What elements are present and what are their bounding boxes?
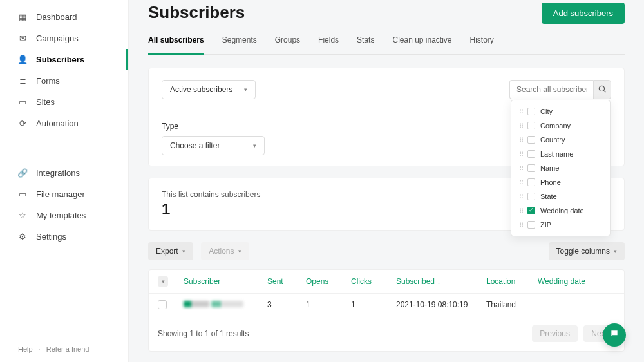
- tab-fields[interactable]: Fields: [318, 35, 339, 54]
- chat-icon: [610, 329, 619, 341]
- automation-icon: ⟳: [18, 119, 27, 128]
- chevron-down-icon: ▾: [162, 278, 165, 285]
- add-subscribers-button[interactable]: Add subscribers: [542, 3, 625, 24]
- col-clicks[interactable]: Clicks: [351, 277, 396, 286]
- col-sent[interactable]: Sent: [267, 277, 306, 286]
- column-toggle-state[interactable]: ⠿State: [511, 189, 610, 204]
- sidebar-item-dashboard[interactable]: ▦Dashboard: [0, 6, 128, 28]
- integrations-icon: 🔗: [18, 169, 27, 178]
- chevron-down-icon: ▾: [614, 248, 617, 254]
- column-toggle-company[interactable]: ⠿Company: [511, 119, 610, 133]
- results-summary: Showing 1 to 1 of 1 results: [158, 329, 249, 338]
- column-toggle-phone[interactable]: ⠿Phone: [511, 175, 610, 189]
- drag-icon: ⠿: [519, 207, 522, 214]
- col-subscriber[interactable]: Subscriber: [184, 277, 267, 286]
- tab-all-subscribers[interactable]: All subscribers: [148, 35, 204, 55]
- checkbox[interactable]: [527, 108, 535, 115]
- tab-history[interactable]: History: [470, 35, 494, 54]
- templates-icon: ☆: [18, 211, 27, 220]
- type-filter-dropdown[interactable]: Choose a filter ▾: [162, 136, 265, 155]
- checkbox[interactable]: [527, 221, 535, 229]
- col-opens[interactable]: Opens: [306, 277, 351, 286]
- checkbox[interactable]: [527, 122, 535, 129]
- drag-icon: ⠿: [519, 193, 522, 200]
- drag-icon: ⠿: [519, 137, 522, 144]
- search-button[interactable]: [593, 80, 611, 99]
- col-wedding[interactable]: Wedding date: [538, 277, 589, 286]
- tab-stats[interactable]: Stats: [357, 35, 374, 54]
- help-fab[interactable]: [603, 323, 626, 347]
- svg-point-0: [599, 86, 604, 91]
- export-button[interactable]: Export▾: [148, 242, 193, 260]
- column-toggle-city[interactable]: ⠿City: [511, 104, 610, 119]
- search-icon: [598, 84, 607, 95]
- sidebar-item-forms[interactable]: ≣Forms: [0, 70, 128, 91]
- sidebar-item-file-manager[interactable]: ▭File manager: [0, 184, 128, 205]
- sidebar-item-settings[interactable]: ⚙Settings: [0, 226, 128, 247]
- subscribers-icon: 👤: [18, 55, 27, 64]
- filemanager-icon: ▭: [18, 190, 27, 199]
- forms-icon: ≣: [18, 77, 27, 86]
- drag-icon: ⠿: [519, 179, 522, 186]
- drag-icon: ⠿: [519, 108, 522, 115]
- column-toggle-zip[interactable]: ⠿ZIP: [511, 218, 610, 232]
- drag-icon: ⠿: [519, 222, 522, 229]
- checkbox[interactable]: [527, 207, 535, 214]
- columns-dropdown: ⠿City⠿Company⠿Country⠿Last name⠿Name⠿Pho…: [511, 100, 611, 236]
- checkbox[interactable]: [527, 164, 535, 172]
- checkbox[interactable]: [527, 136, 535, 144]
- chevron-down-icon: ▾: [238, 248, 242, 254]
- chevron-down-icon: ▾: [182, 248, 185, 254]
- sidebar-item-my-templates[interactable]: ☆My templates: [0, 205, 128, 226]
- row-checkbox[interactable]: [158, 300, 167, 309]
- chevron-down-icon: ▾: [244, 86, 247, 93]
- sidebar-item-automation[interactable]: ⟳Automation: [0, 113, 128, 134]
- sites-icon: ▭: [18, 98, 27, 107]
- drag-icon: ⠿: [519, 151, 522, 158]
- table-row[interactable]: 3 1 1 2021-10-19 08:10:19 Thailand: [149, 293, 624, 316]
- drag-icon: ⠿: [519, 122, 522, 129]
- sort-down-icon: ↓: [437, 278, 440, 285]
- chevron-down-icon: ▾: [253, 142, 256, 149]
- column-toggle-last-name[interactable]: ⠿Last name: [511, 147, 610, 161]
- sidebar-item-integrations[interactable]: 🔗Integrations: [0, 162, 128, 184]
- select-all-checkbox[interactable]: ▾: [158, 276, 168, 287]
- col-subscribed[interactable]: Subscribed↓: [396, 277, 486, 286]
- toggle-columns-button[interactable]: Toggle columns▾: [549, 242, 625, 260]
- sidebar-item-campaigns[interactable]: ✉Campaigns: [0, 28, 128, 49]
- page-title: Subscribers: [148, 3, 245, 23]
- search-input[interactable]: [509, 80, 593, 99]
- svg-line-1: [603, 90, 605, 92]
- subscriber-redacted: [184, 301, 209, 307]
- dashboard-icon: ▦: [18, 13, 27, 22]
- settings-icon: ⚙: [18, 233, 27, 242]
- drag-icon: ⠿: [519, 165, 522, 172]
- tab-segments[interactable]: Segments: [222, 35, 257, 54]
- checkbox[interactable]: [527, 178, 535, 186]
- sidebar-item-subscribers[interactable]: 👤Subscribers: [0, 49, 128, 70]
- actions-button[interactable]: Actions▾: [201, 242, 249, 260]
- tab-clean-up-inactive[interactable]: Clean up inactive: [392, 35, 451, 54]
- column-toggle-name[interactable]: ⠿Name: [511, 161, 610, 175]
- campaigns-icon: ✉: [18, 34, 27, 43]
- column-toggle-country[interactable]: ⠿Country: [511, 133, 610, 147]
- column-toggle-wedding-date[interactable]: ⠿Wedding date: [511, 204, 610, 218]
- help-link[interactable]: Help: [18, 345, 33, 353]
- sidebar-item-sites[interactable]: ▭Sites: [0, 91, 128, 113]
- tab-groups[interactable]: Groups: [275, 35, 300, 54]
- checkbox[interactable]: [527, 150, 535, 158]
- status-filter-dropdown[interactable]: Active subscribers ▾: [162, 80, 256, 99]
- col-location[interactable]: Location: [486, 277, 538, 286]
- previous-button[interactable]: Previous: [532, 325, 578, 342]
- checkbox[interactable]: [527, 193, 535, 200]
- refer-link[interactable]: Refer a friend: [46, 345, 90, 353]
